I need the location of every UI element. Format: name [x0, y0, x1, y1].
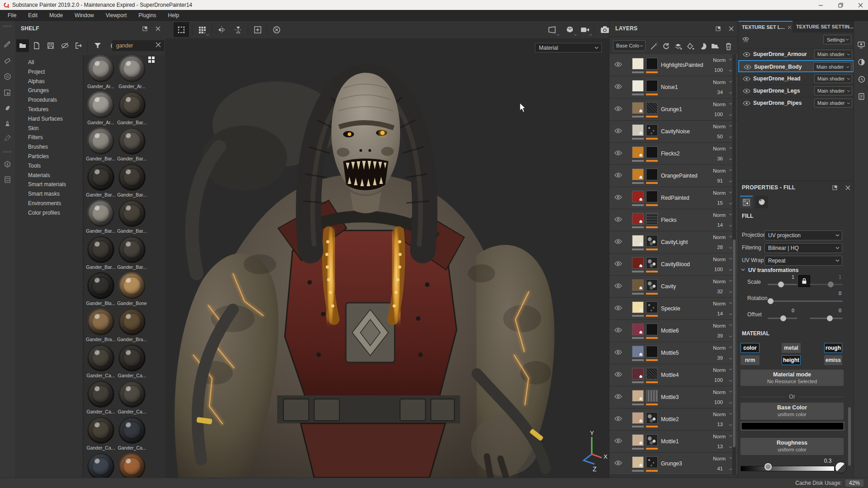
layer-content-thumbnail[interactable]	[632, 412, 644, 424]
add-fill-layer-icon[interactable]	[685, 41, 696, 51]
layer-visibility-eye-icon[interactable]	[614, 195, 622, 200]
layer-row[interactable]: Mottle4 Norm 100	[609, 364, 738, 386]
add-folder-icon[interactable]	[710, 41, 721, 51]
smudge-tool-icon[interactable]	[0, 101, 15, 115]
delete-layer-trash-icon[interactable]	[723, 41, 734, 51]
layer-mask-thumbnail[interactable]	[646, 324, 658, 335]
offset-y-value[interactable]: 0	[832, 308, 841, 313]
close-panel-icon[interactable]	[845, 185, 850, 190]
mesh-cube-icon[interactable]	[562, 22, 577, 37]
float-panel-icon[interactable]	[716, 26, 721, 31]
channel-toggle-color[interactable]: color	[741, 343, 760, 353]
roughness-slider-handle[interactable]	[764, 463, 772, 470]
layer-row[interactable]: OrangePainted Norm 91	[609, 165, 738, 187]
layer-content-thumbnail[interactable]	[632, 368, 644, 380]
uv-transformations-label[interactable]: UV transformations	[748, 267, 798, 273]
layer-row[interactable]: Cavity Norm 32	[609, 276, 738, 298]
filtering-select[interactable]: Bilinear | HQ	[764, 243, 842, 253]
layer-mask-thumbnail[interactable]	[646, 58, 658, 70]
layer-blend-mode[interactable]: Norm	[713, 146, 726, 151]
channel-filter-select[interactable]: Base Colo	[613, 40, 646, 51]
layer-mask-thumbnail[interactable]	[646, 368, 658, 380]
layer-mask-thumbnail[interactable]	[646, 434, 658, 446]
layer-blend-mode[interactable]: Norm	[713, 212, 726, 218]
layer-mask-thumbnail[interactable]	[646, 102, 658, 114]
sync-visibility-eye-icon[interactable]	[742, 36, 750, 42]
offset-x-slider[interactable]	[768, 318, 797, 319]
shader-settings-icon[interactable]	[854, 55, 868, 69]
material-mode-button[interactable]: Material mode No Resource Selected	[741, 370, 844, 386]
layer-content-thumbnail[interactable]	[632, 324, 644, 335]
layer-content-thumbnail[interactable]	[632, 257, 644, 269]
perspective-view-icon[interactable]	[545, 22, 560, 37]
layer-blend-mode[interactable]: Norm	[713, 235, 726, 240]
texture-set-row-superdrone_head[interactable]: SuperDrone_Head Main shader	[738, 72, 854, 84]
layer-content-thumbnail[interactable]	[632, 191, 644, 202]
texture-set-visibility-eye-icon[interactable]	[743, 101, 750, 106]
layer-blend-mode[interactable]: Norm	[713, 367, 726, 373]
shelf-category-smart-masks[interactable]: Smart masks	[15, 189, 83, 199]
layer-opacity[interactable]: 14	[717, 222, 723, 228]
toolbar-grip[interactable]	[3, 151, 11, 153]
channel-toggle-rough[interactable]: rough	[824, 343, 842, 353]
layer-visibility-eye-icon[interactable]	[614, 460, 622, 465]
reset-rotation-icon[interactable]	[269, 22, 284, 37]
mirror-horizontal-icon[interactable]	[214, 22, 229, 37]
layer-blend-mode[interactable]: Norm	[713, 456, 726, 461]
shelf-category-project[interactable]: Project	[15, 67, 83, 77]
layer-visibility-eye-icon[interactable]	[614, 416, 622, 421]
layer-opacity[interactable]: 28	[717, 244, 723, 250]
texture-set-visibility-eye-icon[interactable]	[743, 89, 750, 94]
layer-opacity[interactable]: 14	[717, 311, 723, 316]
filter-funnel-icon[interactable]	[91, 39, 104, 52]
texture-set-row-superdrone_legs[interactable]: SuperDrone_Legs Main shader	[738, 84, 854, 97]
layer-content-thumbnail[interactable]	[632, 301, 644, 313]
polygon-fill-tool-icon[interactable]	[0, 86, 15, 99]
layer-opacity[interactable]: 100	[714, 112, 723, 117]
restore-button[interactable]	[836, 1, 844, 9]
texture-set-row-superdrone_armour[interactable]: SuperDrone_Armour Main shader	[738, 48, 854, 60]
layer-visibility-eye-icon[interactable]	[614, 239, 622, 244]
shelf-material-item[interactable]	[85, 453, 117, 478]
shelf-material-item[interactable]: Gander_Bla...	[85, 272, 117, 306]
shelf-category-particles[interactable]: Particles	[15, 152, 83, 161]
projection-tool-icon[interactable]	[0, 70, 15, 83]
shader-select[interactable]: Main shader	[814, 74, 852, 83]
shading-mode-select[interactable]: Material	[535, 43, 602, 52]
layer-mask-thumbnail[interactable]	[646, 169, 658, 180]
layer-content-thumbnail[interactable]	[632, 124, 644, 136]
layer-mask-thumbnail[interactable]	[646, 257, 658, 269]
layer-visibility-eye-icon[interactable]	[614, 261, 622, 266]
layers-panel-header[interactable]: LAYERS	[609, 21, 738, 36]
layer-blend-mode[interactable]: Norm	[713, 412, 726, 417]
uv-wrap-select[interactable]: Repeat	[764, 256, 842, 266]
menu-item-file[interactable]: File	[2, 10, 22, 21]
shelf-material-item[interactable]: Gander_Ca...	[116, 344, 148, 378]
minimize-button[interactable]	[816, 1, 825, 9]
texture-set-visibility-eye-icon[interactable]	[743, 76, 750, 81]
scale-lock-icon[interactable]	[798, 275, 810, 287]
shelf-material-item[interactable]	[116, 453, 148, 478]
show-hidden-eye-slash-icon[interactable]	[58, 39, 71, 52]
layer-row[interactable]: CavityLight Norm 28	[609, 231, 738, 253]
layer-mask-thumbnail[interactable]	[646, 390, 658, 402]
shelf-category-color-profiles[interactable]: Color profiles	[15, 208, 83, 218]
layer-content-thumbnail[interactable]	[632, 146, 644, 158]
layer-row[interactable]: Mottle1 Norm 13	[609, 431, 738, 453]
float-panel-icon[interactable]	[832, 185, 837, 190]
layer-opacity[interactable]: 91	[717, 178, 723, 183]
shelf-panel-header[interactable]: SHELF	[15, 21, 165, 37]
menu-item-help[interactable]: Help	[162, 10, 185, 21]
tab-texture-set-settings[interactable]: TEXTURE SET SETTIN...	[793, 21, 854, 33]
rotation-value[interactable]: 0	[832, 291, 841, 296]
layer-content-thumbnail[interactable]	[632, 169, 644, 180]
layer-mask-thumbnail[interactable]	[646, 235, 658, 247]
shelf-category-alphas[interactable]: Alphas	[15, 77, 83, 86]
layer-visibility-eye-icon[interactable]	[614, 283, 622, 288]
layer-mask-thumbnail[interactable]	[646, 213, 658, 225]
layer-blend-mode[interactable]: Norm	[713, 434, 726, 439]
base-color-button[interactable]: Base Color uniform color	[741, 403, 844, 420]
layer-row[interactable]: Mottle5 Norm 39	[609, 342, 738, 364]
layer-opacity[interactable]: 100	[714, 377, 723, 383]
layer-content-thumbnail[interactable]	[632, 80, 644, 92]
